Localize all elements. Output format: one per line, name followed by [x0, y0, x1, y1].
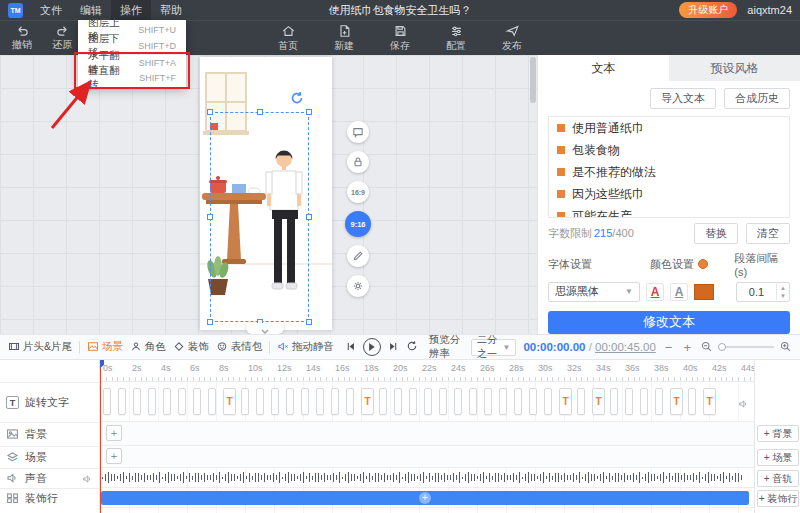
import-text-button[interactable]: 导入文本	[650, 88, 716, 109]
text-clip[interactable]	[178, 388, 186, 415]
text-clip[interactable]	[118, 388, 126, 415]
zoom-out-icon[interactable]	[700, 340, 713, 355]
skip-back-button[interactable]	[345, 341, 356, 354]
collapse-canvas-button[interactable]	[246, 323, 284, 334]
text-clip[interactable]	[379, 388, 387, 415]
text-clip[interactable]	[256, 388, 264, 415]
tab-decoration[interactable]: 装饰	[173, 340, 209, 354]
duration-plus-button[interactable]: +	[681, 341, 693, 354]
selection-handle-n[interactable]	[257, 109, 263, 115]
font-outline-a-button[interactable]: A	[670, 283, 688, 301]
text-clip[interactable]	[610, 388, 618, 415]
modify-text-button[interactable]: 修改文本	[548, 311, 790, 334]
text-line-item[interactable]: 可能在生产	[549, 205, 789, 218]
text-clip[interactable]: T	[559, 388, 572, 415]
text-clip[interactable]	[316, 388, 324, 415]
text-clip[interactable]	[103, 388, 111, 415]
username[interactable]: aiqxtm24	[747, 4, 792, 16]
clip-speaker-icon[interactable]	[738, 395, 749, 413]
text-clip[interactable]: T	[592, 388, 605, 415]
tab-emoji[interactable]: 表情包	[216, 340, 263, 354]
selection-box[interactable]	[210, 112, 309, 322]
home-button[interactable]: 首页	[268, 24, 308, 53]
new-button[interactable]: 新建	[324, 24, 364, 53]
text-clip[interactable]	[193, 388, 201, 415]
menu-help[interactable]: 帮助	[151, 0, 191, 20]
canvas-scrollbar-thumb[interactable]	[530, 57, 536, 103]
text-clip[interactable]	[424, 388, 432, 415]
tab-scene[interactable]: 场景	[87, 340, 123, 354]
time-total[interactable]: 00:00:45.00	[595, 341, 656, 353]
text-clip[interactable]: T	[223, 388, 236, 415]
text-clip[interactable]	[346, 388, 354, 415]
clear-button[interactable]: 清空	[746, 223, 790, 244]
publish-button[interactable]: 发布	[492, 24, 532, 53]
text-clip[interactable]	[241, 388, 249, 415]
tab-character[interactable]: 角色	[130, 340, 166, 354]
skip-forward-button[interactable]	[388, 341, 399, 354]
text-clip[interactable]	[529, 388, 537, 415]
text-clip[interactable]	[688, 388, 696, 415]
text-clip[interactable]	[454, 388, 462, 415]
text-line-item[interactable]: 是不推荐的做法	[549, 161, 789, 183]
add-scene-clip-button[interactable]: +	[106, 448, 122, 464]
text-line-item[interactable]: 包装食物	[549, 139, 789, 161]
canvas-scrollbar[interactable]	[530, 55, 536, 334]
tab-text[interactable]: 文本	[538, 55, 669, 81]
track-volume-icon[interactable]	[82, 474, 93, 484]
comment-button[interactable]	[347, 121, 369, 143]
lock-button[interactable]	[347, 151, 369, 173]
text-clip[interactable]	[208, 388, 216, 415]
text-clip[interactable]	[394, 388, 402, 415]
text-clip[interactable]: T	[670, 388, 683, 415]
selection-handle-sw[interactable]	[207, 319, 213, 325]
replace-button[interactable]: 替换	[694, 223, 738, 244]
text-clip[interactable]	[148, 388, 156, 415]
text-clip[interactable]	[301, 388, 309, 415]
text-clip[interactable]	[133, 388, 141, 415]
drag-mute-toggle[interactable]: 拖动静音	[277, 340, 334, 354]
menu-file[interactable]: 文件	[31, 0, 71, 20]
settings-button[interactable]	[347, 275, 369, 297]
undo-button[interactable]: 撤销	[2, 24, 42, 52]
loop-button[interactable]	[406, 340, 418, 354]
config-button[interactable]: 配置	[436, 24, 476, 53]
selection-handle-se[interactable]	[306, 319, 312, 325]
decoration-add-icon[interactable]: +	[419, 492, 431, 504]
text-clip[interactable]	[163, 388, 171, 415]
text-clip[interactable]	[286, 388, 294, 415]
sound-track[interactable]	[100, 468, 754, 488]
font-color-a-button[interactable]: A	[646, 283, 664, 301]
interval-stepper[interactable]: 0.1 ▲▼	[736, 282, 790, 302]
text-clip[interactable]	[499, 388, 507, 415]
text-clip[interactable]	[484, 388, 492, 415]
text-clip[interactable]: T	[703, 388, 716, 415]
upgrade-account-button[interactable]: 升级账户	[679, 2, 737, 18]
ratio-16-9-button[interactable]: 16:9	[347, 181, 369, 203]
color-swatch[interactable]	[694, 284, 714, 300]
font-family-select[interactable]: 思源黑体 ▼	[548, 282, 640, 302]
selection-handle-nw[interactable]	[207, 109, 213, 115]
text-clip[interactable]	[655, 388, 663, 415]
redo-button[interactable]: 还原	[42, 24, 82, 52]
zoom-in-icon[interactable]	[779, 340, 792, 355]
selection-handle-ne[interactable]	[306, 109, 312, 115]
timeline-zoom-slider[interactable]	[718, 346, 774, 348]
tab-intro-outro[interactable]: 片头&片尾	[8, 340, 72, 354]
play-button[interactable]	[363, 338, 381, 356]
zoom-slider-knob[interactable]	[718, 343, 726, 351]
save-button[interactable]: 保存	[380, 24, 420, 53]
text-clip[interactable]	[409, 388, 417, 415]
text-line-item[interactable]: 因为这些纸巾	[549, 183, 789, 205]
text-clip[interactable]	[469, 388, 477, 415]
stepper-arrows[interactable]: ▲▼	[776, 284, 789, 300]
text-clip[interactable]	[577, 388, 585, 415]
selection-handle-e[interactable]	[306, 214, 312, 220]
tab-preset-style[interactable]: 预设风格	[669, 55, 800, 81]
selection-handle-w[interactable]	[207, 214, 213, 220]
text-clip[interactable]	[640, 388, 648, 415]
composite-history-button[interactable]: 合成历史	[724, 88, 790, 109]
duration-minus-button[interactable]: −	[663, 341, 675, 354]
text-clip[interactable]	[439, 388, 447, 415]
add-decoration-row-button[interactable]: + 装饰行	[757, 490, 799, 507]
